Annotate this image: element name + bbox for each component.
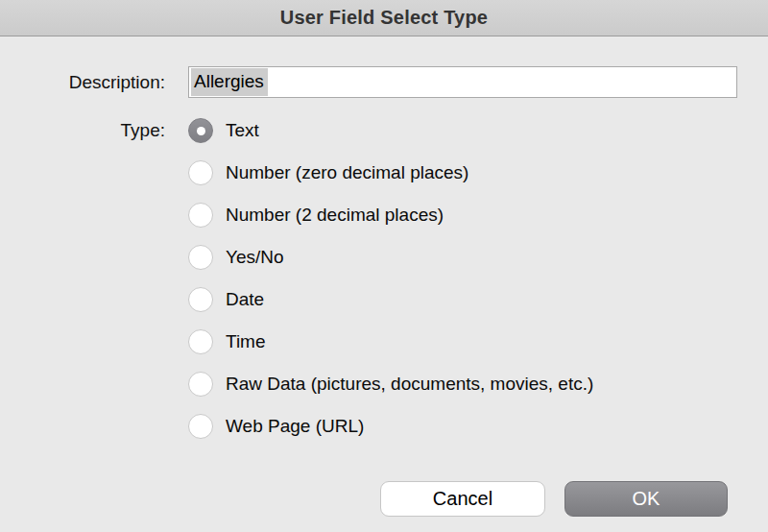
radio-option-time[interactable]: Time	[188, 321, 593, 363]
radio-option-label: Web Page (URL)	[226, 416, 364, 437]
radio-button[interactable]	[188, 414, 213, 439]
radio-option-label: Number (2 decimal places)	[226, 205, 444, 226]
radio-option-web-page[interactable]: Web Page (URL)	[188, 405, 593, 447]
radio-option-label: Text	[226, 120, 259, 141]
radio-option-label: Number (zero decimal places)	[226, 162, 468, 183]
radio-option-label: Raw Data (pictures, documents, movies, e…	[226, 374, 593, 395]
radio-option-yes-no[interactable]: Yes/No	[188, 236, 593, 278]
radio-option-number-two-decimal[interactable]: Number (2 decimal places)	[188, 194, 593, 236]
radio-option-label: Yes/No	[226, 247, 284, 268]
type-radio-group: Text Number (zero decimal places) Number…	[188, 109, 593, 447]
radio-button[interactable]	[188, 372, 213, 397]
radio-button[interactable]	[188, 287, 213, 312]
radio-button[interactable]	[188, 203, 213, 228]
radio-button[interactable]	[188, 329, 213, 354]
cancel-button[interactable]: Cancel	[380, 481, 545, 517]
dialog-title: User Field Select Type	[280, 7, 488, 29]
radio-option-number-zero-decimal[interactable]: Number (zero decimal places)	[188, 152, 593, 194]
radio-option-text[interactable]: Text	[188, 109, 593, 152]
dialog-titlebar: User Field Select Type	[0, 0, 768, 36]
ok-button[interactable]: OK	[564, 481, 728, 517]
radio-option-date[interactable]: Date	[188, 278, 593, 321]
radio-button-selected[interactable]	[188, 118, 213, 143]
description-label: Description:	[0, 66, 165, 98]
description-input-selected-text: Allergies	[191, 68, 268, 96]
radio-option-raw-data[interactable]: Raw Data (pictures, documents, movies, e…	[188, 363, 593, 405]
description-input[interactable]: Allergies	[188, 66, 737, 98]
radio-option-label: Date	[226, 289, 264, 310]
radio-option-label: Time	[226, 331, 266, 352]
radio-button[interactable]	[188, 160, 213, 185]
type-label: Type:	[0, 118, 165, 143]
user-field-select-type-dialog: User Field Select Type Description: Alle…	[0, 0, 768, 532]
radio-button[interactable]	[188, 245, 213, 270]
